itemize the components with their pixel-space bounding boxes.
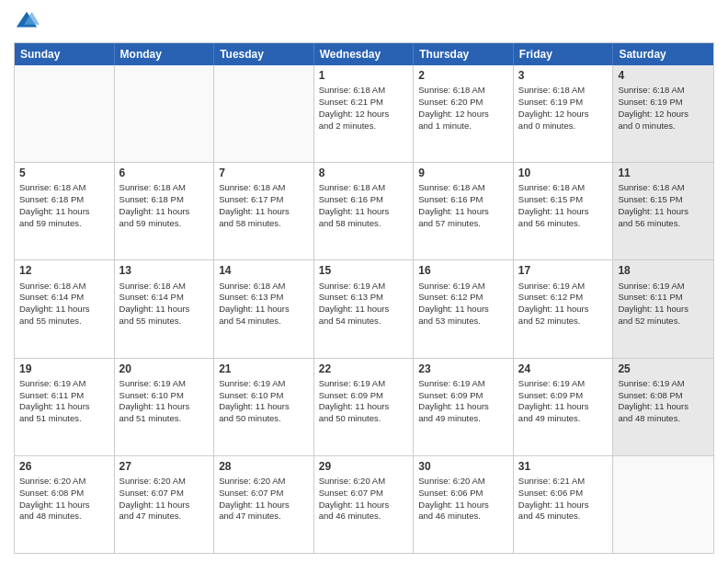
cell-info-line: Sunrise: 6:19 AM	[418, 378, 508, 390]
day-number: 26	[19, 459, 109, 474]
cell-info-line: Daylight: 11 hours	[219, 500, 309, 511]
calendar-cell: 20Sunrise: 6:19 AMSunset: 6:10 PMDayligh…	[115, 359, 215, 455]
calendar-cell: 5Sunrise: 6:18 AMSunset: 6:18 PMDaylight…	[15, 163, 115, 259]
calendar-cell	[115, 65, 215, 162]
cell-info-line: Daylight: 11 hours	[19, 500, 109, 511]
header	[14, 9, 714, 35]
cell-info-line: Sunrise: 6:18 AM	[19, 281, 109, 293]
cell-info-line: Sunrise: 6:18 AM	[219, 281, 309, 293]
calendar-cell: 24Sunrise: 6:19 AMSunset: 6:09 PMDayligh…	[514, 359, 614, 455]
cell-info-line: and 50 minutes.	[219, 413, 309, 425]
day-number: 29	[319, 459, 409, 474]
day-number: 6	[119, 166, 210, 180]
cell-info-line: Sunrise: 6:19 AM	[119, 378, 210, 390]
cell-info-line: Daylight: 12 hours	[618, 109, 709, 121]
day-number: 12	[19, 263, 109, 278]
cell-info-line: and 56 minutes.	[518, 218, 609, 230]
cell-info-line: and 48 minutes.	[618, 413, 709, 425]
header-day-thursday: Thursday	[414, 43, 514, 65]
calendar-week-1: 1Sunrise: 6:18 AMSunset: 6:21 PMDaylight…	[15, 65, 713, 162]
calendar-cell	[15, 65, 115, 162]
cell-info-line: and 59 minutes.	[119, 218, 210, 230]
cell-info-line: and 49 minutes.	[418, 413, 508, 425]
cell-info-line: Sunset: 6:14 PM	[119, 292, 210, 304]
cell-info-line: and 47 minutes.	[119, 511, 210, 523]
cell-info-line: Sunset: 6:19 PM	[518, 97, 609, 109]
calendar-cell: 25Sunrise: 6:19 AMSunset: 6:08 PMDayligh…	[613, 359, 713, 455]
cell-info-line: Sunset: 6:20 PM	[418, 97, 508, 109]
cell-info-line: Daylight: 11 hours	[319, 304, 409, 316]
cell-info-line: Daylight: 11 hours	[518, 401, 609, 413]
day-number: 17	[518, 263, 609, 278]
cell-info-line: Sunrise: 6:18 AM	[319, 85, 409, 97]
calendar-header: SundayMondayTuesdayWednesdayThursdayFrid…	[15, 43, 713, 65]
day-number: 14	[219, 263, 309, 278]
cell-info-line: Sunset: 6:07 PM	[119, 488, 210, 500]
cell-info-line: Daylight: 11 hours	[418, 206, 508, 218]
cell-info-line: Sunset: 6:12 PM	[418, 292, 508, 304]
cell-info-line: Daylight: 11 hours	[119, 500, 210, 511]
cell-info-line: and 46 minutes.	[319, 511, 409, 523]
cell-info-line: Sunrise: 6:20 AM	[119, 476, 210, 488]
cell-info-line: and 58 minutes.	[319, 218, 409, 230]
calendar-cell: 8Sunrise: 6:18 AMSunset: 6:16 PMDaylight…	[314, 163, 415, 259]
cell-info-line: and 0 minutes.	[618, 121, 709, 132]
cell-info-line: Sunset: 6:19 PM	[618, 97, 709, 109]
cell-info-line: Daylight: 11 hours	[119, 304, 210, 316]
cell-info-line: Daylight: 12 hours	[319, 109, 409, 121]
cell-info-line: Sunset: 6:08 PM	[618, 390, 709, 402]
cell-info-line: Sunrise: 6:19 AM	[518, 281, 609, 293]
day-number: 16	[418, 263, 508, 278]
header-day-saturday: Saturday	[613, 43, 713, 65]
cell-info-line: and 48 minutes.	[19, 511, 109, 523]
cell-info-line: Sunrise: 6:20 AM	[219, 476, 309, 488]
cell-info-line: Sunset: 6:07 PM	[219, 488, 309, 500]
cell-info-line: Daylight: 11 hours	[618, 304, 709, 316]
day-number: 20	[119, 362, 210, 376]
cell-info-line: Sunrise: 6:18 AM	[219, 182, 309, 194]
cell-info-line: and 0 minutes.	[518, 121, 609, 132]
cell-info-line: and 52 minutes.	[518, 316, 609, 327]
cell-info-line: Sunset: 6:21 PM	[319, 97, 409, 109]
calendar-cell: 6Sunrise: 6:18 AMSunset: 6:18 PMDaylight…	[115, 163, 215, 259]
cell-info-line: and 55 minutes.	[19, 316, 109, 327]
calendar-week-5: 26Sunrise: 6:20 AMSunset: 6:08 PMDayligh…	[15, 455, 713, 553]
cell-info-line: Daylight: 11 hours	[319, 206, 409, 218]
cell-info-line: Sunset: 6:15 PM	[618, 194, 709, 206]
header-day-wednesday: Wednesday	[314, 43, 415, 65]
cell-info-line: Sunset: 6:08 PM	[19, 488, 109, 500]
calendar-body: 1Sunrise: 6:18 AMSunset: 6:21 PMDaylight…	[15, 65, 713, 553]
day-number: 7	[219, 166, 309, 180]
cell-info-line: Sunrise: 6:20 AM	[418, 476, 508, 488]
cell-info-line: and 54 minutes.	[219, 316, 309, 327]
cell-info-line: Sunset: 6:15 PM	[518, 194, 609, 206]
calendar-cell: 22Sunrise: 6:19 AMSunset: 6:09 PMDayligh…	[314, 359, 415, 455]
cell-info-line: Sunrise: 6:19 AM	[219, 378, 309, 390]
cell-info-line: and 51 minutes.	[119, 413, 210, 425]
logo	[14, 9, 43, 35]
cell-info-line: Sunset: 6:13 PM	[219, 292, 309, 304]
cell-info-line: Sunset: 6:09 PM	[518, 390, 609, 402]
cell-info-line: Sunset: 6:11 PM	[19, 390, 109, 402]
cell-info-line: Daylight: 11 hours	[319, 500, 409, 511]
calendar-cell: 21Sunrise: 6:19 AMSunset: 6:10 PMDayligh…	[214, 359, 314, 455]
cell-info-line: Daylight: 11 hours	[119, 206, 210, 218]
cell-info-line: Sunrise: 6:18 AM	[319, 182, 409, 194]
day-number: 18	[618, 263, 709, 278]
header-day-friday: Friday	[514, 43, 614, 65]
day-number: 11	[618, 166, 709, 180]
cell-info-line: Sunset: 6:09 PM	[418, 390, 508, 402]
cell-info-line: and 56 minutes.	[618, 218, 709, 230]
cell-info-line: Sunrise: 6:19 AM	[618, 281, 709, 293]
calendar-cell: 2Sunrise: 6:18 AMSunset: 6:20 PMDaylight…	[414, 65, 514, 162]
cell-info-line: Sunrise: 6:19 AM	[418, 281, 508, 293]
cell-info-line: Sunset: 6:16 PM	[319, 194, 409, 206]
cell-info-line: Sunrise: 6:19 AM	[319, 281, 409, 293]
calendar-cell: 1Sunrise: 6:18 AMSunset: 6:21 PMDaylight…	[314, 65, 415, 162]
cell-info-line: and 49 minutes.	[518, 413, 609, 425]
cell-info-line: Sunrise: 6:19 AM	[19, 378, 109, 390]
calendar-cell	[214, 65, 314, 162]
cell-info-line: Sunset: 6:18 PM	[19, 194, 109, 206]
calendar-cell: 26Sunrise: 6:20 AMSunset: 6:08 PMDayligh…	[15, 456, 115, 553]
page: SundayMondayTuesdayWednesdayThursdayFrid…	[0, 0, 728, 563]
